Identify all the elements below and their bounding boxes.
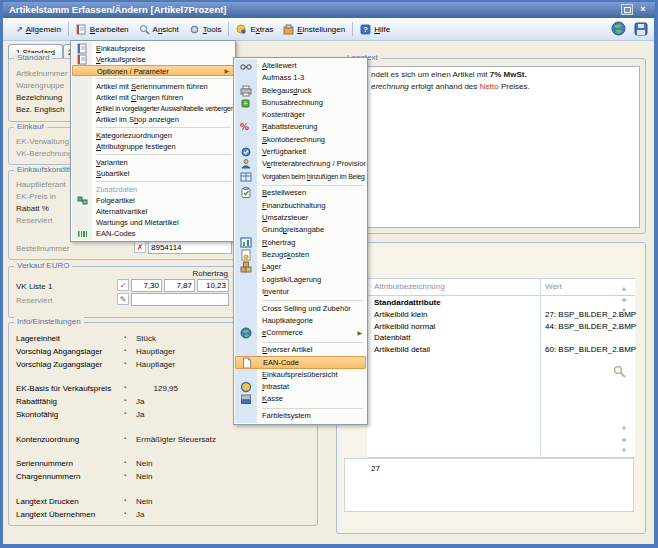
submenu-item-aufmass[interactable]: Aufmass 1-3 [235, 72, 366, 84]
menu-item-auswahltabelle-verbergen[interactable]: Artikel in vorgelagerter Auswahltabelle … [72, 103, 234, 114]
menu-item-varianten[interactable]: Varianten [72, 157, 234, 168]
extras-icon [236, 24, 247, 35]
menubar-item-extras[interactable]: Extras [231, 22, 278, 37]
menu-bar: ↗ Allgemein Bearbeiten Ansicht Tools Ext… [3, 18, 654, 41]
pencil-icon[interactable]: ✎ [117, 293, 129, 305]
table-row[interactable]: Artikelbild detail60: BSP_BILDER_2.BMP [367, 345, 635, 356]
title-bar: Artikelstamm Erfassen/Ändern [Artikel7Pr… [3, 2, 655, 18]
menu-item-attributgruppe[interactable]: Attributgruppe festlegen [72, 141, 234, 152]
menu-item-einkaufspreise[interactable]: Einkaufspreise [72, 43, 234, 54]
attribute-note-box[interactable]: 27 [344, 458, 634, 512]
submenu-item-grundpreisangabe[interactable]: Grundpreisangabe [235, 224, 366, 236]
submenu-item-einkaufspreisuebersicht[interactable]: Einkaufspreisübersicht [235, 369, 366, 381]
scroll-top-icon[interactable]: ▲ [617, 285, 631, 291]
menu-item-kategoriezuordnungen[interactable]: Kategoriezuordnungen [72, 130, 234, 141]
field-label-reserviert: Reserviert [16, 216, 52, 225]
submenu-item-verfuegbarkeit[interactable]: Verfügbarkeit [235, 146, 366, 158]
field-label-artikelnummer: Artikelnummer [16, 69, 68, 78]
menu-item-ean-codes[interactable]: EAN-Codes [72, 228, 234, 239]
menu-item-shop-anzeigen[interactable]: Artikel im Shop anzeigen [72, 114, 234, 125]
submenu-item-ean-code[interactable]: EAN-Code [235, 356, 366, 368]
sales-prices-icon [77, 54, 89, 65]
menubar-item-allgemein[interactable]: ↗ Allgemein [11, 23, 66, 36]
menu-item-optionen-parameter[interactable]: Optionen / Parameter▶ [72, 65, 234, 76]
table-row[interactable]: Standardattribute [367, 298, 635, 309]
page-icon [241, 357, 253, 368]
field-label-bezeichnung: Bezeichnung [16, 93, 62, 102]
vk-reserviert-field[interactable] [131, 293, 229, 306]
submenu-item-intrastat[interactable]: Intrastat [235, 381, 366, 393]
submenu-item-cross-selling[interactable]: Cross Selling und Zubehör [235, 303, 366, 315]
submenu-item-rabattsteuerung[interactable]: %Rabattsteuerung [235, 121, 366, 133]
external-arrow-icon: ↗ [16, 25, 23, 34]
globe-toolbar-icon[interactable] [611, 21, 626, 36]
submenu-item-bestellwesen[interactable]: Bestellwesen [235, 187, 366, 199]
scroll-up-icon[interactable]: ✚ [617, 296, 631, 303]
vk-price-2-field[interactable]: 7,87 [164, 279, 195, 292]
submenu-item-skontoberechnung[interactable]: Skontoberechnung [235, 134, 366, 146]
menu-item-wartungs-mietartikel[interactable]: Wartungs und Mietartikel [72, 217, 234, 228]
submenu-item-umsatzsteuer[interactable]: Umsatzsteuer [235, 212, 366, 224]
restore-icon[interactable] [621, 4, 633, 15]
purchase-prices-icon [77, 43, 89, 54]
table-row[interactable]: Artikelbild klein27: BSP_BILDER_2.BMP [367, 310, 635, 321]
submenu-item-rohertrag[interactable]: Rohertrag [235, 237, 366, 249]
submenu-item-kasse[interactable]: Kasse [235, 393, 366, 405]
submenu-item-logistik[interactable]: Logistik/Lagerung [235, 274, 366, 286]
menu-item-subartikel[interactable]: Subartikel [72, 168, 234, 179]
close-icon[interactable]: × [637, 4, 649, 15]
add-row-icon[interactable]: ✚ [617, 436, 631, 443]
submenu-item-bezugskosten[interactable]: Bezugskosten [235, 249, 366, 261]
group-standard-label: Standard [14, 53, 52, 62]
vk-price-1-field[interactable]: 7,30 [131, 279, 162, 292]
clear-icon[interactable]: ✗ [134, 241, 146, 253]
submenu-item-belegausdruck[interactable]: Belegausdruck [235, 85, 366, 97]
group-verkauf-euro-label: Verkauf EURO [14, 261, 72, 270]
scroll-bottom-icon[interactable]: ▼ [617, 447, 631, 453]
menubar-item-ansicht[interactable]: Ansicht [134, 22, 184, 37]
options-dropdown-menu: Einkaufspreise Verkaufspreise Optionen /… [70, 40, 236, 242]
table-row[interactable]: Datenblatt [367, 333, 635, 344]
langtext-line-2: erechnung erfolgt anhand des Netto Preis… [371, 82, 530, 91]
submenu-item-vertreterabrechnung[interactable]: Vertreterabrechnung / Provision [235, 158, 366, 170]
edit-notebook-icon [76, 24, 87, 35]
bestellnummer-field[interactable]: 8954114 [148, 241, 232, 254]
warehouse-boxes-icon [240, 261, 252, 273]
menubar-item-bearbeiten[interactable]: Bearbeiten [71, 22, 134, 37]
submenu-item-lager[interactable]: Lager [235, 261, 366, 273]
column-header-wert[interactable]: Wert [545, 282, 562, 291]
defaults-grid-icon [240, 171, 252, 183]
submenu-item-hauptkategorie[interactable]: Hauptkategorie [235, 315, 366, 327]
vk-rohertrag-field[interactable]: 10,23 [197, 279, 229, 292]
submenu-item-finanzbuchhaltung[interactable]: Finanzbuchhaltung [235, 200, 366, 212]
settings-icon [283, 24, 294, 35]
submenu-item-ecommerce[interactable]: eCommerce▶ [235, 327, 366, 339]
column-header-attributbezeichnung[interactable]: Attributbezeichnung [374, 282, 445, 291]
save-icon[interactable] [634, 22, 648, 36]
table-row[interactable]: Artikelbild normal44: BSP_BILDER_2.BMP [367, 322, 635, 333]
submenu-item-alteilewert[interactable]: Alteilewert [235, 60, 366, 72]
menubar-item-einstellungen[interactable]: Einstellungen [278, 22, 350, 37]
menu-item-chargen[interactable]: Artikel mit Chargen führen [72, 92, 234, 103]
menubar-item-tools[interactable]: Tools [184, 22, 227, 37]
bullet-icon: ▪ [124, 334, 126, 340]
menu-item-verkaufspreise[interactable]: Verkaufspreise [72, 54, 234, 65]
menu-item-alternativartikel[interactable]: Alternativartikel [72, 206, 234, 217]
submenu-item-bonusabrechnung[interactable]: +Bonusabrechnung [235, 97, 366, 109]
menu-item-folgeartikel[interactable]: Folgeartikel [72, 195, 234, 206]
menubar-item-hilfe[interactable]: ? Hilfe [355, 22, 395, 37]
scroll-down-icon[interactable]: ▼ [617, 425, 631, 431]
submenu-item-inventur[interactable]: Inventur [235, 286, 366, 298]
check-icon[interactable]: ✓ [117, 279, 129, 291]
header-divider [367, 295, 635, 296]
submenu-item-vorgaben-beleg[interactable]: Vorgaben beim hinzufügen im Beleg [235, 171, 366, 183]
submenu-item-farbleitsystem[interactable]: Farbleitsystem [235, 410, 366, 422]
follow-article-icon [77, 195, 89, 206]
submenu-item-kostentraeger[interactable]: Kostenträger [235, 109, 366, 121]
zoom-search-icon[interactable] [613, 365, 627, 379]
scroll-down-icon[interactable]: ▼ [617, 307, 631, 313]
submenu-item-diverser-artikel[interactable]: Diverser Artikel [235, 344, 366, 356]
field-label-bestellnummer: Bestellnummer [16, 244, 69, 253]
menu-item-seriennummern[interactable]: Artikel mit Seriennummern führen [72, 81, 234, 92]
window-title: Artikelstamm Erfassen/Ändern [Artikel7Pr… [9, 4, 227, 15]
